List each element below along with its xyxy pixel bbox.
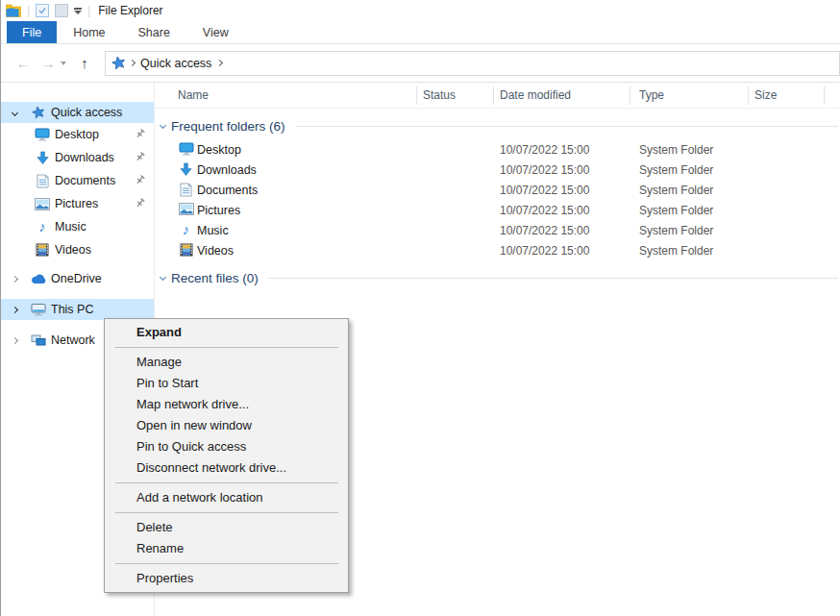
collapse-chevron-icon[interactable] <box>10 277 19 282</box>
videos-icon <box>178 243 194 257</box>
downloads-icon <box>34 151 51 165</box>
videos-icon <box>34 243 51 257</box>
breadcrumb-chevron-icon-2[interactable] <box>216 60 223 66</box>
group-header-frequent-folders[interactable]: Frequent folders (6) <box>155 116 840 136</box>
menu-item-add-network-location[interactable]: Add a network location <box>105 487 348 508</box>
file-row-downloads[interactable]: Downloads 10/07/2022 15:00 System Folder <box>155 160 840 181</box>
ribbon-tabs: File Home Share View <box>1 21 840 44</box>
onedrive-cloud-icon <box>30 274 47 284</box>
file-row-documents[interactable]: Documents 10/07/2022 15:00 System Folder <box>155 181 840 201</box>
forward-button[interactable]: → <box>36 55 61 71</box>
sidebar-item-music[interactable]: ♪ Music <box>1 215 154 238</box>
menu-item-properties[interactable]: Properties <box>105 568 348 589</box>
menu-separator <box>115 512 338 513</box>
sidebar-item-label: Videos <box>55 243 91 257</box>
menu-item-disconnect-network-drive[interactable]: Disconnect network drive... <box>105 457 348 479</box>
column-separator[interactable] <box>748 86 749 105</box>
menu-separator <box>115 347 338 348</box>
menu-item-manage[interactable]: Manage <box>105 352 348 373</box>
sidebar-item-downloads[interactable]: Downloads <box>1 146 154 169</box>
column-separator[interactable] <box>630 86 630 105</box>
column-separator[interactable] <box>416 86 417 105</box>
sidebar-item-label: OneDrive <box>51 272 102 285</box>
pin-icon <box>135 128 146 139</box>
menu-item-pin-to-start[interactable]: Pin to Start <box>105 373 348 394</box>
sidebar-item-documents[interactable]: Documents <box>1 169 154 192</box>
desktop-icon <box>178 142 194 156</box>
menu-separator <box>115 563 338 564</box>
file-date-modified: 10/07/2022 15:00 <box>500 244 589 258</box>
quick-access-star-icon <box>111 56 126 70</box>
file-type: System Folder <box>639 163 713 177</box>
sidebar-item-label: Quick access <box>51 106 122 119</box>
menu-item-delete[interactable]: Delete <box>105 517 348 538</box>
menu-item-map-network-drive[interactable]: Map network drive... <box>105 394 348 415</box>
tab-share[interactable]: Share <box>122 21 186 43</box>
collapse-chevron-icon[interactable] <box>10 338 19 343</box>
tab-view[interactable]: View <box>186 21 245 43</box>
titlebar-separator-2: | <box>87 4 90 17</box>
file-row-music[interactable]: ♪ Music 10/07/2022 15:00 System Folder <box>155 221 840 241</box>
tab-file[interactable]: File <box>7 21 57 43</box>
menu-item-rename[interactable]: Rename <box>105 538 348 559</box>
sidebar-item-desktop[interactable]: Desktop <box>1 123 154 146</box>
file-name: Music <box>197 224 229 237</box>
group-collapse-chevron-icon[interactable] <box>160 121 166 128</box>
pin-icon <box>135 151 146 162</box>
menu-item-open-in-new-window[interactable]: Open in new window <box>105 415 348 436</box>
sidebar-item-quick-access[interactable]: Quick access <box>1 102 154 123</box>
music-icon: ♪ <box>34 220 51 234</box>
group-collapse-chevron-icon[interactable] <box>160 273 166 280</box>
file-date-modified: 10/07/2022 15:00 <box>500 143 589 157</box>
file-name: Desktop <box>197 143 241 157</box>
titlebar: | | File Explorer <box>1 0 840 21</box>
collapse-chevron-icon[interactable] <box>10 308 19 312</box>
breadcrumb-quick-access[interactable]: Quick access <box>138 57 213 70</box>
sidebar-item-label: Documents <box>55 174 115 187</box>
qat-new-folder-icon[interactable] <box>55 4 68 17</box>
menu-item-pin-to-quick-access[interactable]: Pin to Quick access <box>105 436 348 457</box>
pin-icon <box>135 197 146 209</box>
pictures-icon <box>34 198 51 210</box>
sidebar-item-this-pc[interactable]: This PC <box>1 299 154 320</box>
file-row-videos[interactable]: Videos 10/07/2022 15:00 System Folder <box>155 241 840 261</box>
up-button[interactable]: ↑ <box>72 55 97 71</box>
file-date-modified: 10/07/2022 15:00 <box>500 224 589 237</box>
network-icon <box>30 334 47 347</box>
recent-locations-caret-icon[interactable] <box>61 62 66 65</box>
sidebar-item-pictures[interactable]: Pictures <box>1 192 154 215</box>
file-type: System Folder <box>639 224 713 237</box>
column-header-name[interactable]: Name <box>178 88 209 102</box>
back-button[interactable]: ← <box>11 55 36 71</box>
sidebar-item-label: Music <box>55 220 86 234</box>
group-header-recent-files[interactable]: Recent files (0) <box>155 268 840 287</box>
column-header-status[interactable]: Status <box>423 88 456 102</box>
file-type: System Folder <box>639 143 713 157</box>
sidebar-item-label: Downloads <box>55 151 114 164</box>
menu-separator <box>115 482 338 483</box>
file-type: System Folder <box>639 204 713 217</box>
column-header-size[interactable]: Size <box>754 88 777 102</box>
file-row-desktop[interactable]: Desktop 10/07/2022 15:00 System Folder <box>155 140 840 160</box>
file-row-pictures[interactable]: Pictures 10/07/2022 15:00 System Folder <box>155 201 840 221</box>
sidebar-item-videos[interactable]: Videos <box>1 238 154 261</box>
column-separator[interactable] <box>824 86 825 105</box>
qat-properties-icon[interactable] <box>36 4 49 17</box>
pictures-icon <box>178 203 194 215</box>
music-icon: ♪ <box>178 223 194 236</box>
expand-chevron-icon[interactable] <box>10 111 19 115</box>
column-header-type[interactable]: Type <box>639 88 664 102</box>
breadcrumb-chevron-icon[interactable] <box>129 60 136 66</box>
address-bar[interactable]: Quick access <box>105 51 840 76</box>
tab-home[interactable]: Home <box>57 21 121 43</box>
menu-item-expand[interactable]: Expand <box>105 322 348 343</box>
file-type: System Folder <box>639 184 713 197</box>
file-date-modified: 10/07/2022 15:00 <box>500 163 589 177</box>
column-header-date[interactable]: Date modified <box>500 88 571 102</box>
qat-customize-caret-icon[interactable] <box>74 11 82 14</box>
column-separator[interactable] <box>493 86 494 105</box>
sidebar-item-label: This PC <box>51 303 93 316</box>
downloads-icon <box>178 162 194 177</box>
sidebar-item-onedrive[interactable]: OneDrive <box>1 268 154 289</box>
file-date-modified: 10/07/2022 15:00 <box>500 204 589 217</box>
